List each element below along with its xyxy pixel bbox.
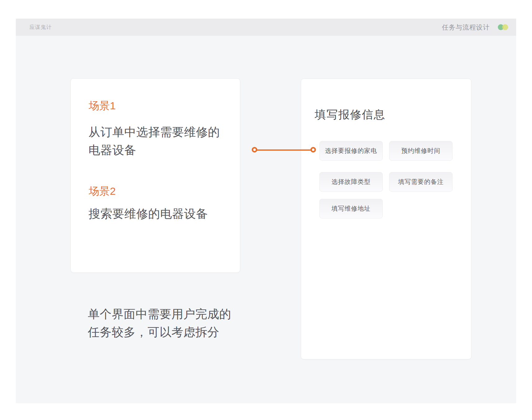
slide-stage: 应谋鬼计 任务与流程设计 场景1 从订单中选择需要维修的 电器设备 场景2 搜索… [16,19,516,403]
annotation-note: 单个界面中需要用户完成的 任务较多，可以考虑拆分 [88,305,231,341]
repair-form-title: 填写报修信息 [315,108,385,121]
connector-line [255,149,313,151]
page-title: 任务与流程设计 [442,23,490,32]
select-fault-type-button[interactable]: 选择故障类型 [319,172,383,192]
yellow-dot-icon [502,24,508,30]
scene1-description-line2: 电器设备 [88,141,220,159]
connector-left-node-icon [252,147,257,153]
select-appliance-button[interactable]: 选择要报修的家电 [319,141,383,161]
annotation-note-line2: 任务较多，可以考虑拆分 [88,323,231,341]
scene1-description: 从订单中选择需要维修的 电器设备 [88,123,220,159]
scene1-description-line1: 从订单中选择需要维修的 [88,123,220,141]
fill-repair-address-button[interactable]: 填写维修地址 [319,199,383,218]
scene2-label: 场景2 [89,185,116,197]
slide-canvas: 场景1 从订单中选择需要维修的 电器设备 场景2 搜索要维修的电器设备 单个界面… [16,36,516,403]
top-bar: 应谋鬼计 任务与流程设计 [16,19,516,36]
connector-right-node-icon [310,147,316,153]
fill-remarks-button[interactable]: 填写需要的备注 [389,172,453,192]
scene2-description: 搜索要维修的电器设备 [88,205,208,223]
page: 应谋鬼计 任务与流程设计 场景1 从订单中选择需要维修的 电器设备 场景2 搜索… [0,0,532,420]
logo-dots-icon [498,24,508,30]
scene1-label: 场景1 [89,99,116,112]
repair-form-card: 填写报修信息 选择要报修的家电 预约维修时间 选择故障类型 填写需要的备注 填写… [301,79,471,359]
scenario-card: 场景1 从订单中选择需要维修的 电器设备 场景2 搜索要维修的电器设备 [70,78,240,273]
schedule-repair-time-button[interactable]: 预约维修时间 [389,141,453,161]
annotation-note-line1: 单个界面中需要用户完成的 [88,305,231,323]
brand-name: 应谋鬼计 [29,19,52,36]
topbar-right-group: 任务与流程设计 [442,19,508,36]
